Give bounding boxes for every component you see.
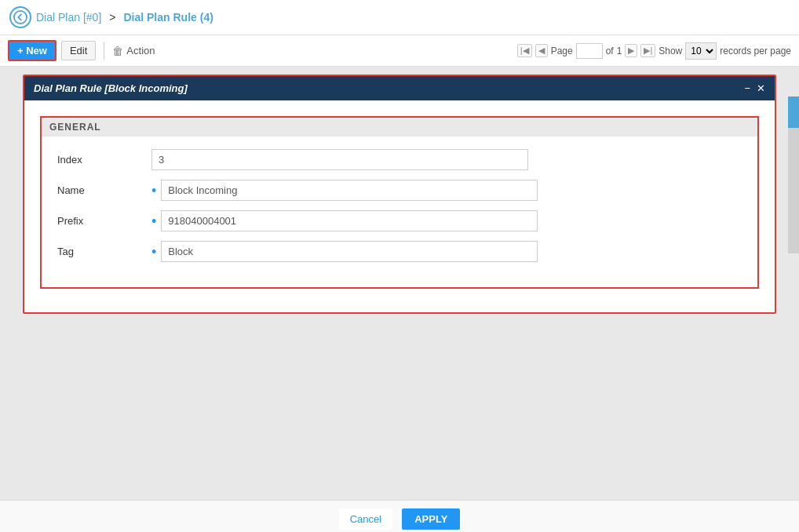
records-label: records per page xyxy=(720,46,791,56)
page-next-btn[interactable]: ▶ xyxy=(625,44,637,57)
page-last-btn[interactable]: ▶| xyxy=(640,44,655,57)
prefix-required-dot: • xyxy=(151,214,156,228)
name-required-dot: • xyxy=(151,184,156,198)
action-group[interactable]: 🗑 Action xyxy=(112,45,155,57)
index-row: Index xyxy=(57,149,742,170)
breadcrumb-separator: > xyxy=(109,11,115,24)
new-button[interactable]: + New xyxy=(8,40,57,61)
pagination: |◀ ◀ Page 1 of 1 ▶ ▶| Show 10 25 50 reco… xyxy=(517,42,791,60)
prefix-label: Prefix xyxy=(57,215,151,227)
tag-label: Tag xyxy=(57,246,151,257)
tag-required-dot: • xyxy=(151,245,156,259)
dialog-panel: Dial Plan Rule [Block Incoming] − ✕ GENE… xyxy=(23,75,776,314)
page-prev-btn[interactable]: ◀ xyxy=(535,44,548,57)
of-label: of xyxy=(606,46,614,56)
index-input[interactable] xyxy=(151,149,528,170)
side-scrollbar[interactable] xyxy=(788,97,799,253)
total-pages: 1 xyxy=(617,46,622,56)
apply-button[interactable]: APPLY xyxy=(402,508,460,530)
minimize-button[interactable]: − xyxy=(744,82,750,94)
toolbar-divider xyxy=(104,42,104,60)
name-input[interactable] xyxy=(161,180,538,201)
dialog-header: Dial Plan Rule [Block Incoming] − ✕ xyxy=(24,76,775,100)
main-content: Dial Plan Rule [Block Incoming] − ✕ GENE… xyxy=(0,67,799,532)
page-label: Page xyxy=(551,46,573,56)
dialog-body: GENERAL Index Name • Prefix • xyxy=(24,100,775,312)
prefix-input[interactable] xyxy=(161,210,538,231)
action-label[interactable]: Action xyxy=(126,45,155,56)
index-label: Index xyxy=(57,154,151,166)
cancel-button[interactable]: Cancel xyxy=(339,508,392,530)
toolbar: + New Edit 🗑 Action |◀ ◀ Page 1 of 1 ▶ ▶… xyxy=(0,35,799,67)
tag-row: Tag • xyxy=(57,241,742,262)
dialog-footer: Cancel APPLY xyxy=(0,500,799,532)
scrollbar-thumb[interactable] xyxy=(788,97,799,128)
per-page-select[interactable]: 10 25 50 xyxy=(685,42,717,60)
show-label: Show xyxy=(659,46,682,56)
breadcrumb-parent[interactable]: Dial Plan [#0] xyxy=(36,11,101,24)
dialog-subtitle: [Block Incoming] xyxy=(104,82,187,94)
breadcrumb-current: Dial Plan Rule (4) xyxy=(123,11,213,24)
page-input[interactable]: 1 xyxy=(576,43,603,59)
delete-icon: 🗑 xyxy=(112,45,123,57)
section-title: GENERAL xyxy=(42,118,757,137)
name-label: Name xyxy=(57,184,151,196)
tag-input[interactable] xyxy=(161,241,538,262)
name-row: Name • xyxy=(57,180,742,201)
close-button[interactable]: ✕ xyxy=(757,82,765,94)
page-first-btn[interactable]: |◀ xyxy=(517,44,532,57)
dialog-title: Dial Plan Rule [Block Incoming] xyxy=(34,82,188,94)
svg-point-0 xyxy=(14,11,27,24)
dialog-header-controls: − ✕ xyxy=(744,82,765,94)
breadcrumb-back-button[interactable] xyxy=(9,6,31,28)
general-section: GENERAL Index Name • Prefix • xyxy=(40,116,759,289)
prefix-row: Prefix • xyxy=(57,210,742,231)
breadcrumb-bar: Dial Plan [#0] > Dial Plan Rule (4) xyxy=(0,0,799,35)
edit-button[interactable]: Edit xyxy=(61,41,96,60)
